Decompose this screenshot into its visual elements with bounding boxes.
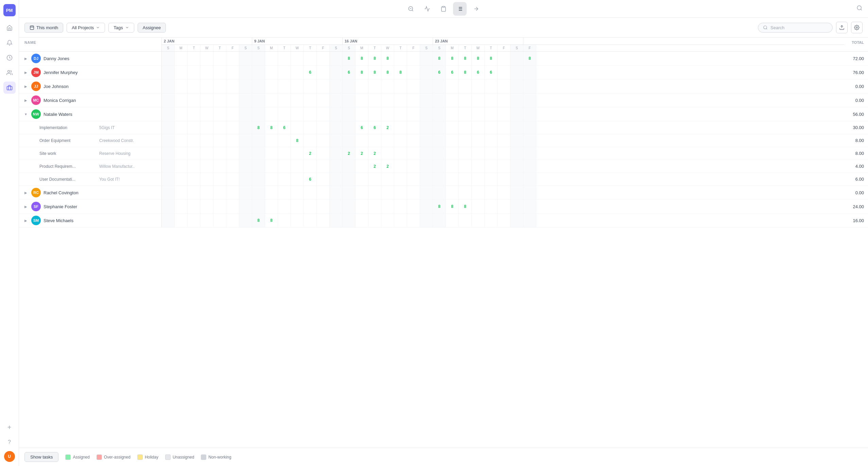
- day-data-cell: [201, 173, 213, 185]
- user-row[interactable]: ▶RCRachel Covington0.00: [19, 186, 868, 200]
- settings-button[interactable]: [851, 22, 863, 33]
- day-data-cell: [162, 121, 175, 134]
- expand-button[interactable]: ▼: [23, 111, 29, 117]
- assignee-button[interactable]: Assignee: [138, 23, 166, 33]
- svg-point-14: [857, 5, 861, 10]
- day-data-cell: [446, 121, 459, 134]
- day-data-cell: [343, 186, 355, 199]
- total-cell: 8.00: [844, 147, 868, 160]
- day-label: S: [420, 45, 433, 51]
- day-data-cell: [355, 134, 368, 147]
- day-data-cell: [407, 107, 420, 121]
- day-data-cell: [239, 200, 252, 213]
- day-data-cell: [226, 214, 239, 227]
- day-data-cell: [175, 52, 188, 65]
- task-row[interactable]: Order EquipmentCreekwood Constr.88.00: [19, 134, 868, 147]
- day-data-cell: [226, 186, 239, 199]
- this-month-button[interactable]: This month: [24, 23, 63, 33]
- data-columns: 22: [162, 160, 844, 173]
- topnav-search-zoom-btn[interactable]: [404, 2, 418, 16]
- day-data-cell: [510, 134, 523, 147]
- day-label: M: [355, 45, 368, 51]
- name-cell: User Documentati...You Got IT!: [19, 173, 162, 185]
- expand-button[interactable]: ▶: [23, 204, 29, 209]
- sidebar-item-home[interactable]: [3, 22, 16, 34]
- day-data-cell: [162, 186, 175, 199]
- day-data-cell: [523, 214, 536, 227]
- day-data-cell: [162, 214, 175, 227]
- expand-button[interactable]: ▶: [23, 218, 29, 223]
- day-data-cell: [175, 79, 188, 93]
- task-row[interactable]: Site workReserve Housing22228.00: [19, 147, 868, 160]
- day-data-cell: [330, 121, 343, 134]
- legend-nonworking: Non-working: [201, 454, 231, 460]
- expand-button[interactable]: ▶: [23, 84, 29, 89]
- day-data-cell: [265, 93, 278, 107]
- day-data-cell: [239, 173, 252, 185]
- user-row[interactable]: ▶SFStephanie Foster88824.00: [19, 200, 868, 214]
- user-row[interactable]: ▶SMSteve Michaels8816.00: [19, 214, 868, 228]
- user-row[interactable]: ▼NWNatalie Waters56.00: [19, 107, 868, 121]
- day-data-cell: [291, 214, 304, 227]
- export-button[interactable]: [836, 22, 848, 33]
- day-data-cell: [433, 147, 446, 160]
- topnav-flow-btn[interactable]: [469, 2, 483, 16]
- day-data-cell: [433, 134, 446, 147]
- day-data-cell: [226, 79, 239, 93]
- day-data-cell: 8: [472, 52, 485, 65]
- expand-button[interactable]: ▶: [23, 70, 29, 75]
- sidebar-item-briefcase[interactable]: [3, 82, 16, 94]
- task-row[interactable]: Implementation5Gigs IT88666230.00: [19, 121, 868, 134]
- day-data-cell: [394, 52, 407, 65]
- total-cell: 76.00: [844, 66, 868, 79]
- day-data-cell: [239, 107, 252, 121]
- day-data-cell: [188, 160, 201, 173]
- user-avatar[interactable]: U: [4, 451, 15, 462]
- user-avatar: SF: [31, 202, 41, 211]
- expand-button[interactable]: ▶: [23, 97, 29, 103]
- user-row[interactable]: ▶DJDanny Jones888888888872.00: [19, 52, 868, 66]
- user-row[interactable]: ▶JJJoe Johnson0.00: [19, 79, 868, 93]
- sidebar-add-button[interactable]: +: [3, 421, 16, 433]
- day-data-cell: [433, 160, 446, 173]
- topnav-activity-btn[interactable]: [420, 2, 434, 16]
- expand-button[interactable]: ▶: [23, 190, 29, 195]
- task-row[interactable]: User Documentati...You Got IT!66.00: [19, 173, 868, 186]
- day-data-cell: [278, 66, 291, 79]
- day-data-cell: 8: [459, 200, 472, 213]
- day-data-cell: [343, 107, 355, 121]
- search-field[interactable]: Search: [758, 23, 833, 33]
- data-columns: 2222: [162, 147, 844, 160]
- day-data-cell: [485, 160, 498, 173]
- tags-select[interactable]: Tags: [108, 23, 134, 33]
- topnav-schedule-btn[interactable]: [453, 2, 467, 16]
- sidebar-item-notifications[interactable]: [3, 37, 16, 49]
- user-row[interactable]: ▶JMJennifer Murphey6688886686676.00: [19, 66, 868, 79]
- day-data-cell: [510, 107, 523, 121]
- day-data-cell: [355, 160, 368, 173]
- day-data-cell: 8: [368, 66, 381, 79]
- day-data-cell: [213, 134, 226, 147]
- sidebar-help-button[interactable]: ?: [3, 436, 16, 448]
- day-data-cell: [226, 173, 239, 185]
- topnav-search-icon[interactable]: [856, 5, 863, 13]
- task-row[interactable]: Product Requirem...Willow Manufactur..22…: [19, 160, 868, 173]
- day-data-cell: 8: [381, 52, 394, 65]
- day-data-cell: [330, 160, 343, 173]
- user-row[interactable]: ▶MCMonica Corrigan0.00: [19, 93, 868, 107]
- day-data-cell: [446, 173, 459, 185]
- schedule-grid[interactable]: NAME2 JAN9 JAN16 JAN23 JANSMTWTFSSMTWTFS…: [19, 38, 868, 448]
- sidebar-item-clock[interactable]: [3, 52, 16, 64]
- dates-header: 2 JAN9 JAN16 JAN23 JANSMTWTFSSMTWTFSSMTW…: [162, 38, 844, 51]
- assigned-label: Assigned: [73, 455, 89, 460]
- all-projects-select[interactable]: All Projects: [67, 23, 105, 33]
- sidebar-item-team[interactable]: [3, 67, 16, 79]
- legend-overassigned: Over-assigned: [97, 454, 131, 460]
- expand-button[interactable]: ▶: [23, 56, 29, 61]
- topnav-clipboard-btn[interactable]: [437, 2, 450, 16]
- day-label: S: [162, 45, 175, 51]
- day-data-cell: [446, 134, 459, 147]
- day-data-cell: 2: [368, 160, 381, 173]
- show-tasks-button[interactable]: Show tasks: [24, 452, 58, 462]
- day-data-cell: 2: [343, 147, 355, 160]
